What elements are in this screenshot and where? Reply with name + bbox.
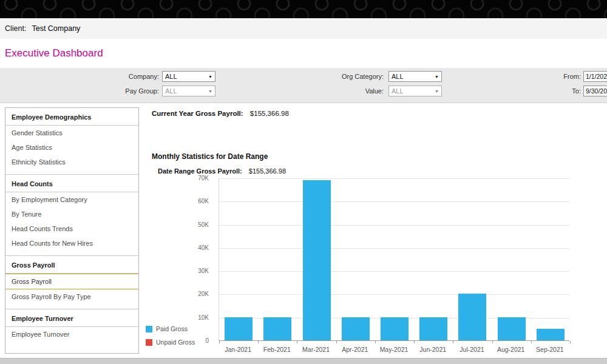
y-axis-tick-label: 30K — [143, 268, 209, 275]
current-year-gross-payroll-row: Current Year Gross Payroll: $155,366.98 — [152, 110, 289, 117]
legend-item-unpaid-gross[interactable]: Unpaid Gross — [146, 339, 195, 346]
from-label: From: — [544, 71, 581, 82]
client-label: Client: — [5, 24, 26, 33]
org-category-select[interactable]: ALL ▼ — [388, 71, 442, 82]
current-year-gross-payroll-label: Current Year Gross Payroll: — [152, 110, 243, 117]
bar-paid-gross-mar-2021[interactable] — [303, 180, 331, 340]
x-axis-tick — [297, 341, 297, 343]
value-label: Value: — [323, 86, 384, 96]
chart-plot — [219, 178, 569, 341]
pay-group-select-value: ALL — [165, 87, 177, 95]
bar-paid-gross-aug-2021[interactable] — [498, 317, 526, 340]
x-axis-label-aug-2021: Aug-2021 — [492, 346, 531, 353]
x-axis-label-sep-2021: Sep-2021 — [531, 346, 569, 353]
x-axis-label-feb-2021: Feb-2021 — [257, 346, 296, 353]
company-select[interactable]: ALL ▼ — [162, 71, 215, 82]
gridline — [219, 178, 569, 179]
sidebar-item-by-employment-category[interactable]: By Employment Category — [5, 192, 138, 207]
x-axis-tick — [414, 341, 415, 343]
sidebar-item-age-statistics[interactable]: Age Statistics — [5, 140, 138, 155]
bar-paid-gross-feb-2021[interactable] — [263, 317, 291, 340]
bar-paid-gross-jul-2021[interactable] — [458, 294, 486, 340]
client-row: Client:Test Company — [0, 18, 607, 39]
gridline — [219, 225, 569, 226]
org-category-label: Org Category: — [323, 71, 384, 82]
gridline — [219, 201, 569, 202]
x-axis-tick — [570, 341, 571, 343]
chevron-down-icon: ▼ — [435, 89, 439, 93]
pay-group-label: Pay Group: — [104, 86, 159, 96]
sidebar-section-employee-demographics: Employee Demographics — [5, 108, 138, 126]
horizontal-scrollbar[interactable] — [0, 358, 607, 364]
x-axis-label-jun-2021: Jun-2021 — [413, 346, 452, 353]
x-axis-tick — [492, 341, 493, 343]
sidebar-nav: Employee DemographicsGender StatisticsAg… — [5, 107, 139, 354]
x-axis-label-jul-2021: Jul-2021 — [452, 346, 491, 353]
gridline — [219, 248, 569, 249]
x-axis-tick — [258, 341, 259, 343]
sidebar-item-by-tenure[interactable]: By Tenure — [5, 207, 138, 221]
sidebar-item-employee-turnover[interactable]: Employee Turnover — [5, 327, 138, 342]
x-axis-label-may-2021: May-2021 — [375, 346, 413, 353]
legend-item-paid-gross[interactable]: Paid Gross — [146, 325, 195, 332]
gridline — [219, 294, 569, 295]
bar-paid-gross-sep-2021[interactable] — [537, 329, 565, 340]
x-axis-tick — [219, 341, 220, 343]
y-axis-tick-label: 40K — [143, 244, 209, 252]
sidebar-section-gross-payroll: Gross Payroll — [5, 255, 138, 274]
chevron-down-icon: ▼ — [208, 89, 212, 93]
client-name: Test Company — [32, 24, 80, 33]
sidebar-item-gross-payroll-by-pay-type[interactable]: Gross Payroll By Pay Type — [5, 289, 138, 304]
chevron-down-icon: ▼ — [208, 75, 212, 79]
value-select-value: ALL — [392, 87, 404, 95]
to-date-input[interactable] — [583, 86, 607, 96]
bar-paid-gross-may-2021[interactable] — [381, 317, 409, 340]
sidebar-item-head-counts-for-new-hires[interactable]: Head Counts for New Hires — [5, 236, 138, 251]
company-label: Company: — [104, 71, 159, 82]
y-axis-tick-label: 20K — [143, 291, 209, 298]
sidebar-section-employee-turnover: Employee Turnover — [5, 309, 138, 327]
x-axis-label-apr-2021: Apr-2021 — [336, 346, 375, 353]
gross-payroll-bar-chart: 010K20K30K40K50K60K70K Jan-2021Feb-2021M… — [143, 175, 607, 358]
to-label: To: — [544, 86, 581, 96]
y-axis-tick-label: 60K — [143, 198, 209, 205]
gridline — [219, 271, 569, 272]
x-axis-label-jan-2021: Jan-2021 — [219, 346, 257, 353]
sidebar-item-gross-payroll[interactable]: Gross Payroll — [5, 274, 138, 289]
x-axis-tick — [531, 341, 532, 343]
pay-group-select[interactable]: ALL ▼ — [162, 86, 215, 96]
company-select-value: ALL — [165, 73, 177, 80]
page-title: Executive Dashboard — [5, 47, 103, 59]
legend-label-paid-gross: Paid Gross — [156, 325, 188, 332]
y-axis-tick-label: 50K — [143, 221, 209, 229]
current-year-gross-payroll-value: $155,366.98 — [250, 110, 289, 117]
bar-paid-gross-apr-2021[interactable] — [342, 317, 370, 340]
legend-swatch-paid-gross — [146, 326, 152, 332]
org-category-select-value: ALL — [392, 73, 404, 80]
legend-label-unpaid-gross: Unpaid Gross — [156, 339, 195, 346]
chart-xlabels: Jan-2021Feb-2021Mar-2021Apr-2021May-2021… — [219, 346, 569, 354]
bar-paid-gross-jan-2021[interactable] — [225, 317, 253, 340]
date-range-gross-payroll-row: Date Range Gross Payroll: $155,366.98 — [158, 167, 286, 175]
filter-bar: Company: ALL ▼ Pay Group: ALL ▼ Org Cate… — [0, 68, 607, 103]
monthly-statistics-title: Monthly Statistics for Date Range — [152, 152, 268, 161]
x-axis-tick — [375, 341, 376, 343]
date-range-gross-payroll-label: Date Range Gross Payroll: — [158, 167, 242, 175]
x-axis-tick — [453, 341, 453, 343]
value-select[interactable]: ALL ▼ — [388, 86, 442, 96]
sidebar-section-head-counts: Head Counts — [5, 174, 138, 192]
bar-paid-gross-jun-2021[interactable] — [419, 317, 447, 340]
sidebar-item-ethnicity-statistics[interactable]: Ethnicity Statistics — [5, 155, 138, 169]
x-axis-label-mar-2021: Mar-2021 — [296, 346, 335, 353]
x-axis-tick — [336, 341, 337, 343]
y-axis-tick-label: 10K — [143, 314, 209, 322]
chart-ylabels: 010K20K30K40K50K60K70K — [143, 178, 214, 341]
chart-legend: Paid GrossUnpaid Gross — [146, 325, 195, 352]
top-decorative-bar — [0, 0, 607, 18]
y-axis-tick-label: 70K — [143, 175, 209, 182]
date-range-gross-payroll-value: $155,366.98 — [249, 167, 286, 175]
sidebar-item-head-counts-trends[interactable]: Head Counts Trends — [5, 221, 138, 236]
from-date-input[interactable] — [583, 71, 607, 82]
chevron-down-icon: ▼ — [435, 75, 439, 79]
sidebar-item-gender-statistics[interactable]: Gender Statistics — [5, 126, 138, 140]
